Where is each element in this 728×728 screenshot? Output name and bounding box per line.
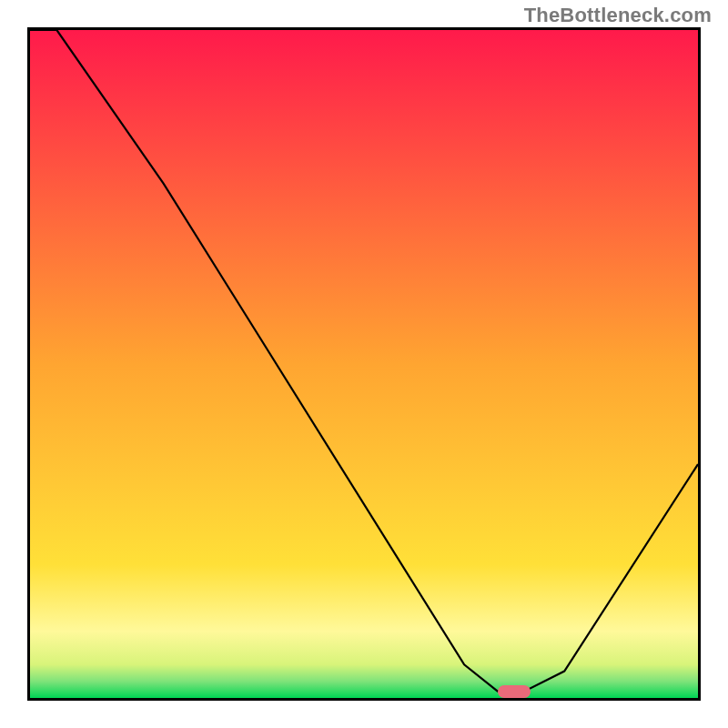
plot-svg <box>30 30 698 698</box>
watermark-text: TheBottleneck.com <box>524 4 712 27</box>
optimal-marker <box>498 685 531 698</box>
chart-stage: TheBottleneck.com <box>0 0 728 728</box>
plot-area <box>27 27 701 701</box>
bg-rect <box>30 30 698 698</box>
